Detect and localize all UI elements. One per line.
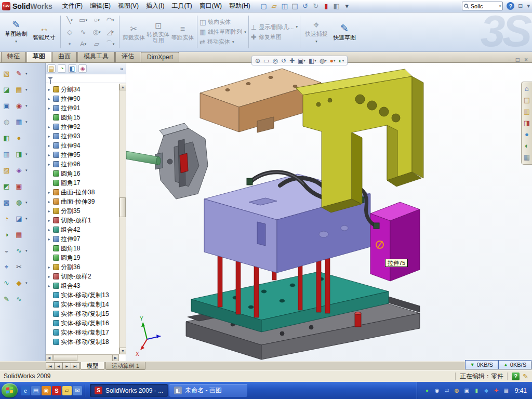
left-toolbar-icon[interactable]: ▨ xyxy=(2,166,11,175)
feature-tree-item[interactable]: ▸切除-放样1 xyxy=(47,216,118,225)
left-toolbar-icon[interactable]: ● xyxy=(15,134,23,142)
feature-tree-item[interactable]: ▸分割35 xyxy=(47,206,118,216)
display-style-icon[interactable]: ◧▾ xyxy=(308,57,317,64)
expand-arrow-icon[interactable]: ▸ xyxy=(47,284,51,288)
left-toolbar-icon[interactable]: ∿ xyxy=(15,246,23,255)
left-toolbar-icon[interactable]: ✎ xyxy=(2,295,11,303)
flyout-arrow-icon[interactable]: ▾ xyxy=(25,168,28,172)
expand-arrow-icon[interactable]: ▸ xyxy=(47,190,51,195)
taskbar-button-0[interactable]: SSolidWorks 2009 - ... xyxy=(90,384,168,397)
expand-arrow-icon[interactable]: ▸ xyxy=(47,87,51,92)
messenger-icon[interactable]: ◆ xyxy=(483,387,490,394)
search-input[interactable] xyxy=(471,3,498,9)
color-swatch-icon[interactable]: ◧ xyxy=(332,2,341,11)
feature-tree-item[interactable]: 圆角15 xyxy=(47,113,118,122)
antivirus-icon[interactable]: ● xyxy=(423,387,431,394)
left-toolbar-icon[interactable]: ∿ xyxy=(2,278,11,287)
convert-entities-button[interactable]: ⊡转换实体引用 xyxy=(146,14,170,50)
feature-tree-item[interactable]: 圆角19 xyxy=(47,253,118,262)
feature-tree-item[interactable]: 实体-移动/复制17 xyxy=(47,328,118,337)
safety-icon[interactable]: ✚ xyxy=(493,387,500,394)
repair-sketch-button[interactable]: ✚修复草图 xyxy=(251,33,298,41)
edit-appearance-icon[interactable]: ●▾ xyxy=(329,57,337,64)
sketch-button[interactable]: ✎草图绘制▾ xyxy=(2,14,30,50)
featuremanager-tab-icon[interactable]: ▤ xyxy=(47,64,56,73)
scroll-right-button[interactable]: ▶ xyxy=(112,355,119,362)
left-toolbar-icon[interactable]: ▧ xyxy=(2,69,11,78)
redo-icon[interactable]: ↻ xyxy=(311,2,321,11)
expand-arrow-icon[interactable]: ▸ xyxy=(47,274,51,279)
left-toolbar-icon[interactable]: ◍ xyxy=(2,117,11,126)
flyout-arrow-icon[interactable]: ▾ xyxy=(25,249,28,253)
close-window-icon[interactable]: × xyxy=(524,56,528,63)
feature-tree-item[interactable]: ▸拉伸94 xyxy=(47,141,118,150)
left-toolbar-icon[interactable]: ▦ xyxy=(15,117,23,126)
menu-file[interactable]: 文件(F) xyxy=(59,0,86,12)
open-icon[interactable]: ▱ xyxy=(270,2,279,11)
tree-horizontal-scrollbar[interactable]: ◀ ▶ xyxy=(46,354,119,361)
mirror-entities-button[interactable]: ◫镜向实体 xyxy=(200,18,246,26)
apply-scene-icon[interactable]: ◐▾ xyxy=(338,57,345,64)
feature-tree-item[interactable]: ▸曲面-拉伸39 xyxy=(47,197,118,206)
feature-tree-item[interactable]: 圆角16 xyxy=(47,169,118,178)
spline-tool-icon[interactable]: ∿ xyxy=(76,26,90,38)
expand-arrow-icon[interactable]: ▸ xyxy=(47,265,51,270)
document-tab-0[interactable]: 模型 xyxy=(81,362,104,370)
model-clamp-unit[interactable] xyxy=(126,123,208,199)
graphics-viewport[interactable]: Y X 拉伸75 ⌂▤▥◨●◐▦ xyxy=(126,63,532,361)
feature-tree-item[interactable]: ▸拉伸95 xyxy=(47,150,118,159)
expand-arrow-icon[interactable]: ▸ xyxy=(47,209,51,214)
feature-tree-item[interactable]: ▸组合42 xyxy=(47,225,118,234)
move-entities-button[interactable]: ⇄移动实体▾ xyxy=(200,38,246,46)
left-toolbar-icon[interactable]: ◒ xyxy=(2,246,11,255)
folder-icon[interactable]: ▱ xyxy=(62,386,72,395)
feature-tree-item[interactable]: 实体-移动/复制18 xyxy=(47,337,118,347)
tab-4[interactable]: 评估 xyxy=(115,50,140,62)
file-explorer-icon[interactable]: ▥ xyxy=(524,108,530,115)
hide-show-items-icon[interactable]: ◍▾ xyxy=(318,57,328,64)
left-toolbar-icon[interactable]: ◍ xyxy=(15,198,23,207)
new-document-icon[interactable]: ▢ xyxy=(259,2,269,11)
flyout-arrow-icon[interactable]: ▾ xyxy=(25,217,28,221)
offset-entities-button[interactable]: ≡等距实体 xyxy=(170,14,195,50)
tab-nav-button[interactable]: ▶| xyxy=(71,362,79,370)
zoom-in-out-icon[interactable]: ◎ xyxy=(271,57,278,64)
battery-icon[interactable]: ▮ xyxy=(473,387,481,394)
ime-icon[interactable]: ▣ xyxy=(463,387,471,394)
flyout-arrow-icon[interactable]: ▾ xyxy=(25,120,28,124)
pan-icon[interactable]: ✚ xyxy=(288,57,296,64)
model-side-block[interactable] xyxy=(370,202,420,281)
save-icon[interactable]: ◫ xyxy=(280,2,289,11)
status-help-icon[interactable]: ? xyxy=(512,373,520,380)
feature-tree-item[interactable]: ▸分割34 xyxy=(47,85,118,94)
left-toolbar-icon[interactable]: ⌖ xyxy=(2,262,11,271)
feature-tree-item[interactable]: ▸拉伸93 xyxy=(47,131,118,141)
dimxpertmanager-tab-icon[interactable]: ◈ xyxy=(78,64,87,73)
left-toolbar-icon[interactable]: ∿ xyxy=(15,295,23,303)
feature-tree-item[interactable]: ▸拉伸92 xyxy=(47,122,118,131)
expand-arrow-icon[interactable]: ▸ xyxy=(47,228,51,232)
mail-icon[interactable]: ✉ xyxy=(73,386,82,395)
left-toolbar-icon[interactable]: ◩ xyxy=(2,182,11,191)
smart-dimension-button[interactable]: ↔智能尺寸 xyxy=(30,14,58,50)
left-toolbar-icon[interactable]: ▣ xyxy=(2,101,11,110)
rectangle-tool-icon[interactable]: ▭▾ xyxy=(76,14,90,26)
zoom-fit-icon[interactable]: ⊕ xyxy=(254,57,261,64)
vertical-scroll-thumb[interactable] xyxy=(119,197,126,217)
expand-arrow-icon[interactable]: ▸ xyxy=(47,134,51,139)
horizontal-scroll-thumb[interactable] xyxy=(54,355,77,361)
flyout-arrow-icon[interactable]: ▾ xyxy=(25,152,28,156)
tab-5[interactable]: DimXpert xyxy=(141,52,179,62)
show-desktop-icon[interactable]: ▤ xyxy=(31,386,41,395)
volume-icon[interactable]: ◉ xyxy=(433,387,441,394)
feature-tree-item[interactable]: 实体-移动/复制15 xyxy=(47,309,118,318)
left-toolbar-icon[interactable]: ◉ xyxy=(15,101,23,110)
tab-1[interactable]: 草图 xyxy=(26,50,51,62)
home-icon[interactable]: ⌂ xyxy=(525,85,529,92)
feature-tree-item[interactable]: 圆角17 xyxy=(47,178,118,188)
expand-arrow-icon[interactable]: ▸ xyxy=(47,153,51,157)
expand-arrow-icon[interactable]: ▸ xyxy=(47,200,51,204)
media-player-icon[interactable]: ◉ xyxy=(42,386,51,395)
print-icon[interactable]: ▤ xyxy=(290,2,300,11)
minimize-window-icon[interactable]: – xyxy=(508,56,511,63)
